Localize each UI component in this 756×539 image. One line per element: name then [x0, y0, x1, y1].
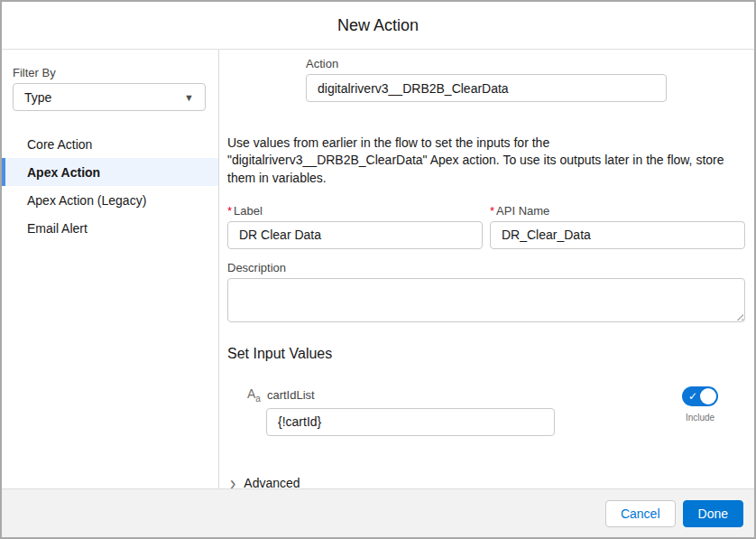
action-detail-panel: Action Use values from earlier in the fl… — [219, 50, 754, 488]
sidebar-item-label: Apex Action — [27, 165, 100, 180]
cartidlist-row: Aa cartIdList ✓ Include — [227, 386, 745, 436]
action-field-label: Action — [306, 57, 667, 70]
cartidlist-label-row: Aa cartIdList — [247, 386, 555, 404]
chevron-right-icon: › — [230, 473, 235, 493]
chevron-down-icon: ▼ — [184, 92, 194, 103]
sidebar-item-apex-action[interactable]: Apex Action — [2, 158, 218, 186]
action-type-list: Core Action Apex Action Apex Action (Leg… — [2, 130, 218, 242]
cartidlist-input[interactable] — [266, 408, 555, 436]
required-asterisk: * — [227, 204, 232, 218]
filter-by-label: Filter By — [13, 66, 206, 79]
toggle-knob — [700, 388, 716, 404]
sidebar-item-core-action[interactable]: Core Action — [2, 130, 218, 158]
label-input[interactable] — [227, 221, 483, 249]
set-input-values-heading: Set Input Values — [227, 346, 745, 362]
action-input[interactable] — [306, 74, 667, 102]
description-textarea[interactable] — [227, 278, 745, 322]
sidebar-item-label: Apex Action (Legacy) — [27, 193, 146, 208]
label-field-group: *Label — [227, 204, 483, 249]
intro-text: Use values from earlier in the flow to s… — [227, 135, 745, 187]
sidebar-item-label: Email Alert — [27, 221, 88, 236]
cancel-button[interactable]: Cancel — [605, 500, 676, 527]
label-field-label: *Label — [227, 204, 483, 218]
required-asterisk: * — [490, 204, 494, 218]
cartidlist-param: Aa cartIdList — [227, 386, 555, 436]
done-button[interactable]: Done — [683, 500, 743, 527]
modal-body: Filter By Type ▼ Core Action Apex Action… — [2, 50, 754, 488]
api-name-field-group: *API Name — [490, 204, 745, 249]
type-filter-value: Type — [24, 90, 51, 105]
include-toggle-group: ✓ Include — [682, 386, 718, 423]
checkmark-icon: ✓ — [688, 391, 697, 402]
label-api-row: *Label *API Name — [227, 204, 745, 249]
page-title: New Action — [337, 16, 419, 35]
modal-footer: Cancel Done — [2, 488, 754, 537]
text-type-icon: Aa — [247, 386, 261, 404]
sidebar-item-label: Core Action — [27, 137, 92, 152]
modal-header: New Action — [2, 2, 754, 50]
type-filter-select[interactable]: Type ▼ — [13, 83, 206, 111]
description-field-label: Description — [227, 261, 745, 274]
include-toggle[interactable]: ✓ — [682, 386, 718, 406]
description-field-group: Description — [227, 261, 745, 322]
filter-sidebar: Filter By Type ▼ Core Action Apex Action… — [2, 50, 219, 488]
sidebar-item-email-alert[interactable]: Email Alert — [2, 214, 218, 242]
api-name-input[interactable] — [490, 221, 745, 249]
new-action-modal: New Action Filter By Type ▼ Core Action … — [0, 0, 756, 539]
api-name-field-label: *API Name — [490, 204, 745, 218]
cartidlist-label: cartIdList — [267, 388, 315, 402]
sidebar-item-apex-action-legacy[interactable]: Apex Action (Legacy) — [2, 186, 218, 214]
include-toggle-label: Include — [682, 413, 718, 423]
action-field-group: Action — [306, 57, 667, 102]
